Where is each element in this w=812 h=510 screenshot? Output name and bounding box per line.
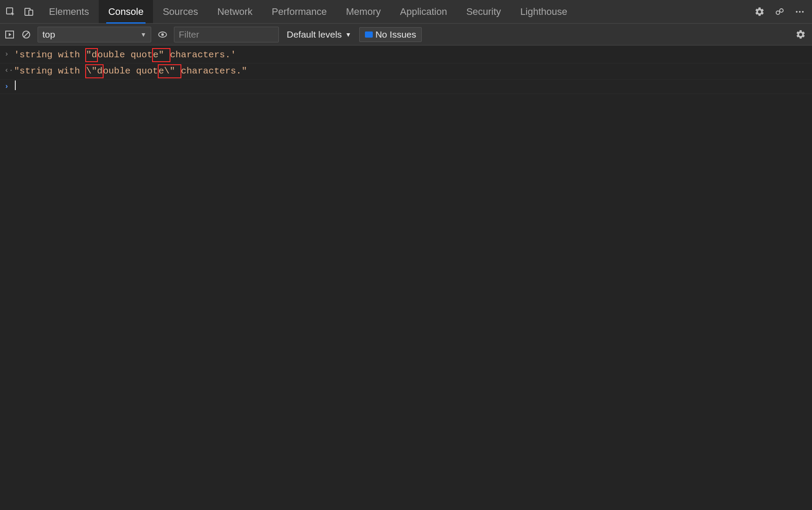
svg-rect-2: [29, 10, 33, 15]
chevron-down-icon: ▼: [345, 31, 351, 38]
more-options-icon[interactable]: [795, 7, 805, 17]
toggle-drawer-icon[interactable]: [4, 29, 15, 40]
tab-label: Application: [400, 6, 447, 17]
log-levels-select[interactable]: Default levels ▼: [285, 29, 353, 40]
text-cursor: [15, 80, 16, 90]
chevron-down-icon: ▼: [140, 31, 146, 38]
tab-label: Lighthouse: [520, 6, 567, 17]
tab-application[interactable]: Application: [390, 0, 457, 23]
context-selected-label: top: [42, 29, 55, 40]
tab-performance[interactable]: Performance: [262, 0, 337, 23]
tab-label: Elements: [49, 6, 89, 17]
live-expression-icon[interactable]: [157, 29, 168, 40]
tab-label: Sources: [163, 6, 198, 17]
svg-point-7: [802, 11, 804, 13]
highlight-box: "d: [85, 48, 98, 62]
tabbar-left-icon-group: [3, 7, 39, 17]
console-row-content: 'string with "double quote" characters.': [14, 48, 236, 62]
tab-label: Network: [217, 6, 253, 17]
console-row-input: ›'string with "double quote" characters.…: [0, 47, 812, 63]
tab-elements[interactable]: Elements: [39, 0, 99, 23]
svg-point-12: [161, 33, 164, 36]
text-segment: characters.": [181, 66, 247, 76]
tab-label: Memory: [346, 6, 381, 17]
tab-label: Security: [466, 6, 501, 17]
prompt-marker-icon: ›: [4, 48, 14, 60]
tab-sources[interactable]: Sources: [153, 0, 208, 23]
levels-label: Default levels: [287, 29, 342, 40]
activity-icon[interactable]: [774, 7, 785, 17]
text-segment: ouble quot: [103, 66, 158, 76]
svg-point-5: [796, 11, 798, 13]
prompt-marker-icon: ›: [4, 80, 14, 93]
inspect-element-icon[interactable]: [5, 7, 16, 17]
execution-context-select[interactable]: top ▼: [38, 27, 151, 42]
highlight-box: \"d: [85, 64, 104, 78]
text-segment: characters.': [170, 50, 236, 60]
clear-console-icon[interactable]: [21, 29, 31, 40]
tabbar-right-icon-group: [754, 7, 809, 17]
tab-label: Performance: [272, 6, 327, 17]
text-segment: ouble quot: [97, 50, 153, 60]
tab-console[interactable]: Console: [99, 0, 153, 23]
console-row-prompt[interactable]: ›: [0, 80, 812, 94]
svg-point-6: [799, 11, 801, 13]
tab-memory[interactable]: Memory: [337, 0, 390, 23]
filter-input[interactable]: [174, 27, 279, 42]
console-output-area[interactable]: ›'string with "double quote" characters.…: [0, 45, 812, 94]
text-segment: 'string with: [14, 50, 86, 60]
svg-point-3: [776, 11, 780, 14]
issues-label: No Issues: [375, 29, 416, 40]
devtools-tabbar: Elements Console Sources Network Perform…: [0, 0, 812, 24]
svg-line-10: [24, 32, 29, 37]
gear-icon[interactable]: [754, 7, 765, 17]
console-toolbar-right: [795, 29, 808, 40]
tab-label: Console: [108, 6, 144, 17]
issues-button[interactable]: No Issues: [359, 27, 422, 42]
tab-lighthouse[interactable]: Lighthouse: [510, 0, 577, 23]
device-toolbar-icon[interactable]: [24, 7, 34, 17]
output-marker-icon: ‹·: [4, 64, 14, 77]
tabbar-tabs: Elements Console Sources Network Perform…: [39, 0, 577, 23]
text-segment: "string with: [14, 66, 86, 76]
console-row-content: "string with \"double quote\" characters…: [14, 64, 247, 78]
tab-network[interactable]: Network: [208, 0, 262, 23]
console-row-output: ‹·"string with \"double quote\" characte…: [0, 63, 812, 80]
console-settings-gear-icon[interactable]: [795, 29, 806, 40]
console-toolbar: top ▼ Default levels ▼ No Issues: [0, 24, 812, 45]
highlight-box: e\": [158, 64, 181, 78]
highlight-box: e": [152, 48, 170, 62]
console-row-content: [14, 80, 16, 93]
tab-security[interactable]: Security: [457, 0, 510, 23]
issues-chip-icon: [365, 31, 373, 38]
svg-point-4: [780, 9, 783, 12]
